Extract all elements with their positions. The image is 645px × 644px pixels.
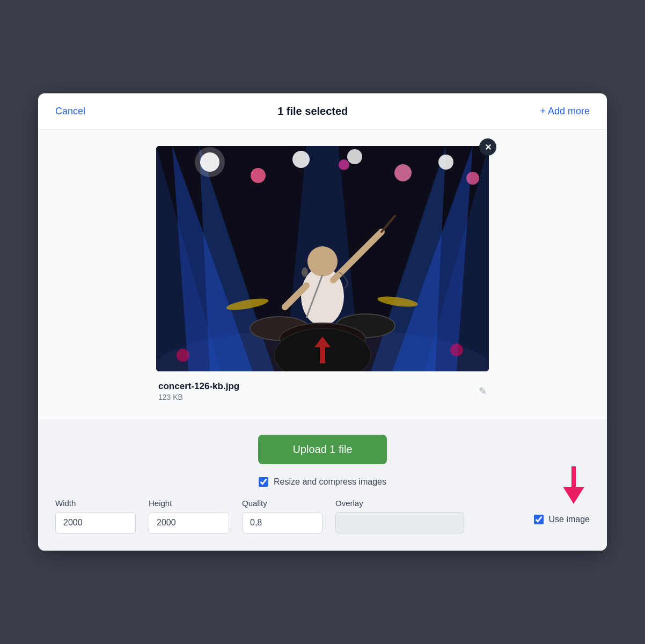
close-image-button[interactable]: ✕ [479,138,496,156]
edit-icon[interactable]: ✎ [479,385,487,397]
resize-checkbox[interactable] [259,477,268,487]
svg-point-31 [177,349,189,362]
overlay-field-group: Overlay [335,499,464,533]
svg-point-11 [251,168,266,183]
overlay-label: Overlay [335,499,464,508]
svg-point-14 [394,164,412,181]
upload-button[interactable]: Upload 1 file [258,435,386,464]
quality-field-group: Quality [242,499,322,533]
header-title: 1 file selected [277,105,348,118]
file-info: concert-126-kb.jpg 123 KB ✎ [156,371,489,404]
use-image-group: Use image [534,499,590,524]
svg-point-10 [195,147,225,177]
overlay-input[interactable] [335,512,464,533]
dialog-footer: Upload 1 file Resize and compress images… [38,420,607,551]
file-size: 123 KB [158,393,239,401]
use-image-label: Use image [549,515,590,524]
svg-point-15 [438,155,453,170]
resize-label: Resize and compress images [274,477,386,487]
height-field-group: Height [149,499,229,533]
close-icon: ✕ [485,142,492,152]
width-label: Width [55,499,136,508]
dialog-body: ✕ concert-126-kb.jpg 123 KB ✎ [38,130,607,420]
width-field-group: Width [55,499,136,533]
dialog-header: Cancel 1 file selected + Add more [38,93,607,130]
arrow-indicator [563,466,584,504]
svg-point-30 [302,267,308,277]
quality-input[interactable] [242,512,322,533]
svg-point-13 [347,149,362,164]
svg-point-32 [450,343,463,356]
file-name: concert-126-kb.jpg [158,381,239,392]
width-input[interactable] [55,512,136,533]
use-image-checkbox[interactable] [534,515,544,524]
svg-point-19 [307,246,338,276]
image-container: ✕ [156,146,489,371]
preview-image [156,146,489,371]
resize-row: Resize and compress images [259,477,386,487]
height-label: Height [149,499,229,508]
add-more-button[interactable]: + Add more [540,106,590,117]
upload-dialog: Cancel 1 file selected + Add more [38,93,607,551]
svg-point-17 [339,159,349,170]
svg-point-12 [292,151,310,168]
height-input[interactable] [149,512,229,533]
quality-label: Quality [242,499,322,508]
file-details: concert-126-kb.jpg 123 KB [158,381,239,401]
svg-point-16 [466,172,479,185]
use-image-row: Use image [534,515,590,524]
fields-row: Width Height Quality Overlay [55,499,590,533]
cancel-button[interactable]: Cancel [55,106,85,117]
